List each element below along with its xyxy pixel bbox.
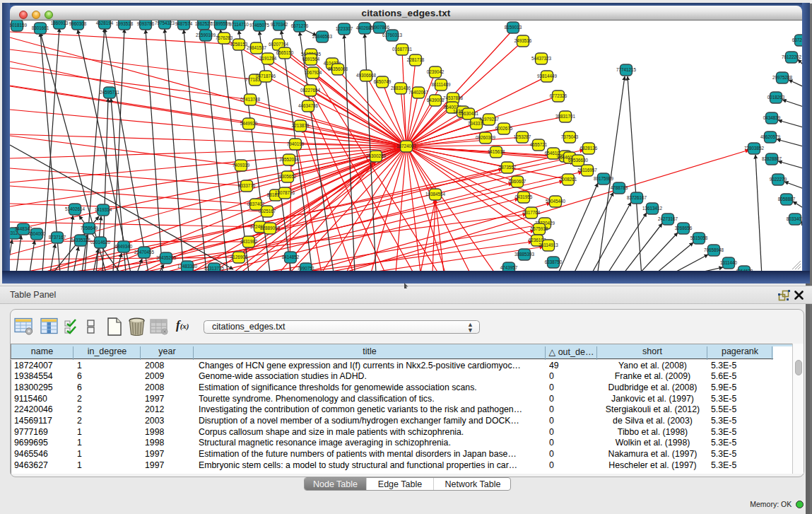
svg-text:51313735: 51313735 [204,266,225,271]
svg-text:1860913: 1860913 [51,21,69,25]
svg-text:1311440: 1311440 [720,260,738,265]
svg-text:0431955: 0431955 [515,194,533,199]
svg-text:1993518: 1993518 [116,21,134,26]
svg-text:6372651: 6372651 [792,37,802,42]
svg-text:29841537: 29841537 [247,45,267,50]
svg-text:76122202: 76122202 [782,54,802,59]
svg-text:65630481: 65630481 [459,111,479,116]
svg-text:2493516: 2493516 [514,38,532,43]
svg-text:5515058: 5515058 [690,235,708,240]
svg-text:8737167: 8737167 [49,235,66,240]
svg-text:4126906: 4126906 [230,255,248,259]
svg-text:02014620: 02014620 [90,240,111,245]
svg-text:9487574: 9487574 [175,21,193,26]
svg-text:97465075: 97465075 [249,23,270,28]
svg-text:19384554: 19384554 [425,192,446,197]
svg-text:41979237: 41979237 [479,117,500,122]
svg-text:22470455: 22470455 [134,250,155,255]
svg-text:0239042: 0239042 [427,69,445,74]
svg-text:76402067: 76402067 [408,90,429,95]
svg-text:38831701: 38831701 [555,114,576,119]
svg-text:9022279: 9022279 [770,177,787,182]
svg-text:6002675: 6002675 [495,126,513,131]
svg-text:3448347: 3448347 [15,226,33,231]
svg-text:82828807: 82828807 [762,156,782,161]
svg-text:8033401: 8033401 [787,216,802,221]
svg-text:18724007: 18724007 [396,144,417,148]
svg-text:54437323: 54437323 [531,56,552,61]
svg-text:26018159: 26018159 [10,23,27,28]
svg-text:6360607: 6360607 [509,179,526,184]
svg-text:1415618: 1415618 [488,149,505,154]
svg-text:0837407: 0837407 [247,201,265,206]
svg-text:97114710: 97114710 [229,22,249,27]
svg-text:13078716: 13078716 [275,190,295,195]
svg-text:7375043: 7375043 [561,134,579,139]
svg-text:72803852: 72803852 [744,146,765,151]
svg-text:0317764: 0317764 [523,210,541,215]
svg-text:01687731: 01687731 [392,47,413,52]
svg-text:44634786: 44634786 [298,103,319,108]
svg-text:6828126: 6828126 [580,146,598,151]
svg-text:29975288: 29975288 [772,75,793,80]
svg-text:4743957: 4743957 [500,265,518,270]
svg-text:6691564: 6691564 [302,57,320,62]
svg-text:09260309: 09260309 [476,135,496,140]
svg-text:2281718: 2281718 [407,57,425,62]
svg-text:5575918: 5575918 [531,226,548,231]
svg-text:9170342: 9170342 [271,22,288,27]
svg-text:83726167: 83726167 [627,195,647,200]
svg-text:60536630: 60536630 [568,158,589,163]
svg-text:07413748: 07413748 [240,97,261,102]
svg-text:77741215: 77741215 [616,67,637,72]
svg-text:8058887: 8058887 [778,197,796,201]
svg-text:8301661: 8301661 [32,25,49,30]
svg-text:08227654: 08227654 [300,88,321,93]
svg-text:3268656: 3268656 [675,226,693,230]
svg-text:2008261: 2008261 [560,177,577,182]
svg-text:7576283: 7576283 [216,35,233,40]
svg-text:8414852: 8414852 [282,255,300,259]
svg-text:24595711: 24595711 [100,90,119,95]
svg-text:8159013: 8159013 [505,25,522,30]
svg-text:1258153: 1258153 [230,42,248,47]
svg-text:51402614: 51402614 [65,206,86,211]
svg-text:49306668: 49306668 [356,73,377,78]
svg-text:86111489: 86111489 [431,82,451,87]
svg-text:1419314: 1419314 [95,207,112,212]
svg-text:4504000: 4504000 [28,231,46,236]
svg-text:79754323: 79754323 [155,21,175,25]
svg-text:01895559: 01895559 [211,21,231,26]
svg-text:1253287: 1253287 [514,134,531,139]
svg-text:61760313: 61760313 [382,33,403,37]
svg-text:48620579: 48620579 [760,134,781,139]
svg-text:5873557: 5873557 [499,165,517,170]
svg-text:38885393: 38885393 [514,252,535,257]
svg-text:7409319: 7409319 [233,163,250,168]
svg-text:30435205: 30435205 [156,255,177,260]
svg-text:17483380: 17483380 [177,264,198,269]
svg-text:9305652: 9305652 [279,174,297,179]
svg-text:24273167: 24273167 [658,216,678,221]
svg-text:6338750: 6338750 [545,259,563,264]
svg-text:82889093: 82889093 [260,226,281,230]
svg-text:3191284: 3191284 [259,56,277,61]
svg-text:60207764: 60207764 [269,42,289,47]
svg-text:80175989: 80175989 [594,176,614,181]
svg-text:30552034: 30552034 [279,157,300,162]
svg-text:26114913: 26114913 [539,243,558,247]
svg-text:1067924: 1067924 [305,70,322,75]
svg-text:21590109: 21590109 [196,33,216,37]
svg-text:7990751: 7990751 [298,266,315,271]
svg-text:4655721: 4655721 [530,142,548,147]
svg-text:6450749: 6450749 [374,79,392,84]
svg-text:1223307: 1223307 [336,26,353,31]
svg-text:4431982: 4431982 [240,239,258,244]
svg-text:4628194: 4628194 [96,21,114,25]
svg-text:9960308: 9960308 [69,21,87,26]
svg-text:6849340: 6849340 [115,244,133,249]
svg-text:0018263: 0018263 [767,95,785,100]
svg-text:7058649: 7058649 [81,226,98,230]
svg-text:74537838: 74537838 [443,95,464,100]
svg-text:26846563: 26846563 [312,34,333,39]
